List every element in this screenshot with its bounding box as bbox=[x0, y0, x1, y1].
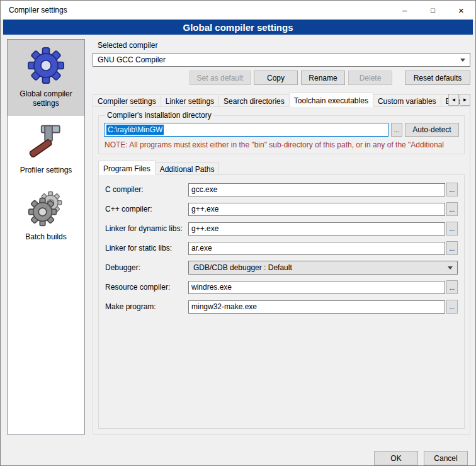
field-row: Linker for static libs: ... bbox=[105, 241, 458, 255]
browse-button[interactable]: ... bbox=[446, 202, 458, 216]
maximize-button[interactable]: □ bbox=[419, 1, 447, 20]
compiler-settings-window: Compiler settings – □ × Global compiler … bbox=[0, 0, 476, 466]
field-label: Linker for static libs: bbox=[105, 244, 188, 253]
close-button[interactable]: × bbox=[447, 1, 475, 20]
dialog-footer: OK Cancel bbox=[1, 442, 475, 465]
sidebar-item-batch-builds[interactable]: Batch builds bbox=[8, 183, 84, 249]
ok-button[interactable]: OK bbox=[374, 451, 418, 465]
main-panel: Selected compiler GNU GCC Compiler Set a… bbox=[93, 39, 470, 435]
titlebar: Compiler settings – □ × bbox=[1, 1, 475, 20]
browse-button[interactable]: ... bbox=[446, 300, 458, 314]
settings-sidebar: Global compiler settings Profiler settin… bbox=[7, 39, 85, 435]
window-controls: – □ × bbox=[390, 1, 475, 20]
chevron-down-icon bbox=[460, 59, 465, 62]
c-compiler-input[interactable] bbox=[188, 183, 445, 196]
tab-additional-paths[interactable]: Additional Paths bbox=[155, 162, 220, 175]
window-title: Compiler settings bbox=[1, 6, 67, 14]
blue-gear-icon bbox=[28, 47, 64, 84]
installation-directory-row: C:\raylib\MinGW ... Auto-detect bbox=[104, 123, 459, 137]
tab-compiler-settings[interactable]: Compiler settings bbox=[93, 94, 161, 107]
dynamic-linker-input[interactable] bbox=[188, 222, 445, 236]
field-row: Make program: ... bbox=[105, 300, 458, 314]
selected-text: C:\raylib\MinGW bbox=[106, 125, 164, 135]
field-label: Linker for dynamic libs: bbox=[105, 224, 188, 233]
copy-button[interactable]: Copy bbox=[254, 71, 298, 85]
compiler-buttons-row: Set as default Copy Rename Delete Reset … bbox=[93, 71, 470, 85]
field-label: Resource compiler: bbox=[105, 283, 188, 292]
browse-button[interactable]: ... bbox=[391, 123, 402, 137]
tab-scroll-right-button[interactable]: ► bbox=[460, 94, 470, 106]
set-as-default-button[interactable]: Set as default bbox=[190, 71, 251, 85]
settings-tabstrip: Compiler settings Linker settings Search… bbox=[93, 93, 470, 107]
sidebar-item-label: Global compiler settings bbox=[10, 89, 82, 108]
selected-compiler-dropdown[interactable]: GNU GCC Compiler bbox=[93, 53, 470, 67]
toolchain-executables-page: Compiler's installation directory C:\ray… bbox=[93, 106, 470, 435]
sidebar-item-profiler-settings[interactable]: Profiler settings bbox=[8, 116, 84, 183]
tab-scroll-left-button[interactable]: ◄ bbox=[448, 94, 459, 106]
program-files-page: C compiler: ... C++ compiler: ... Linker… bbox=[98, 174, 465, 429]
field-row: C compiler: ... bbox=[105, 183, 458, 196]
static-linker-input[interactable] bbox=[188, 242, 445, 255]
field-label: C++ compiler: bbox=[105, 205, 188, 213]
tab-custom-variables[interactable]: Custom variables bbox=[373, 94, 441, 107]
browse-button[interactable]: ... bbox=[446, 183, 458, 196]
cpp-compiler-input[interactable] bbox=[188, 203, 445, 216]
sidebar-item-label: Batch builds bbox=[25, 232, 66, 242]
reset-defaults-button[interactable]: Reset defaults bbox=[405, 71, 470, 85]
debugger-value: GDB/CDB debugger : Default bbox=[193, 263, 292, 272]
chevron-down-icon bbox=[448, 266, 453, 270]
dialog-body: Global compiler settings Profiler settin… bbox=[1, 35, 475, 442]
resource-compiler-input[interactable] bbox=[188, 281, 445, 294]
profiler-tool-icon bbox=[28, 123, 64, 160]
program-files-tabstrip: Program Files Additional Paths bbox=[98, 161, 470, 175]
browse-button[interactable]: ... bbox=[446, 222, 458, 236]
installation-directory-group: Compiler's installation directory C:\ray… bbox=[98, 111, 465, 154]
rename-button[interactable]: Rename bbox=[301, 71, 345, 85]
tab-toolchain-executables[interactable]: Toolchain executables bbox=[289, 93, 373, 107]
dialog-header: Global compiler settings bbox=[3, 20, 473, 35]
field-row: C++ compiler: ... bbox=[105, 202, 458, 216]
field-label: Make program: bbox=[105, 302, 188, 311]
cancel-button[interactable]: Cancel bbox=[424, 451, 468, 465]
field-row: Debugger: GDB/CDB debugger : Default bbox=[105, 261, 458, 275]
debugger-dropdown[interactable]: GDB/CDB debugger : Default bbox=[188, 261, 458, 275]
tab-linker-settings[interactable]: Linker settings bbox=[161, 94, 219, 107]
selected-compiler-label: Selected compiler bbox=[98, 41, 470, 50]
selected-compiler-value: GNU GCC Compiler bbox=[98, 55, 166, 64]
make-program-input[interactable] bbox=[188, 300, 445, 314]
installation-directory-input[interactable]: C:\raylib\MinGW bbox=[104, 123, 388, 137]
minimize-button[interactable]: – bbox=[390, 1, 419, 20]
gray-gears-icon bbox=[28, 190, 64, 227]
tab-program-files[interactable]: Program Files bbox=[98, 161, 156, 175]
group-title: Compiler's installation directory bbox=[105, 111, 213, 120]
tab-scroll-buttons: ◄ ► bbox=[448, 94, 470, 106]
browse-button[interactable]: ... bbox=[446, 280, 458, 294]
field-label: C compiler: bbox=[105, 185, 188, 194]
field-row: Resource compiler: ... bbox=[105, 280, 458, 294]
note-text: NOTE: All programs must exist either in … bbox=[105, 140, 458, 149]
browse-button[interactable]: ... bbox=[446, 241, 458, 255]
delete-button[interactable]: Delete bbox=[348, 71, 392, 85]
auto-detect-button[interactable]: Auto-detect bbox=[405, 123, 459, 137]
field-row: Linker for dynamic libs: ... bbox=[105, 222, 458, 236]
tab-search-directories[interactable]: Search directories bbox=[218, 94, 290, 107]
sidebar-item-global-compiler-settings[interactable]: Global compiler settings bbox=[8, 40, 84, 116]
sidebar-item-label: Profiler settings bbox=[20, 166, 72, 175]
field-label: Debugger: bbox=[105, 263, 188, 272]
